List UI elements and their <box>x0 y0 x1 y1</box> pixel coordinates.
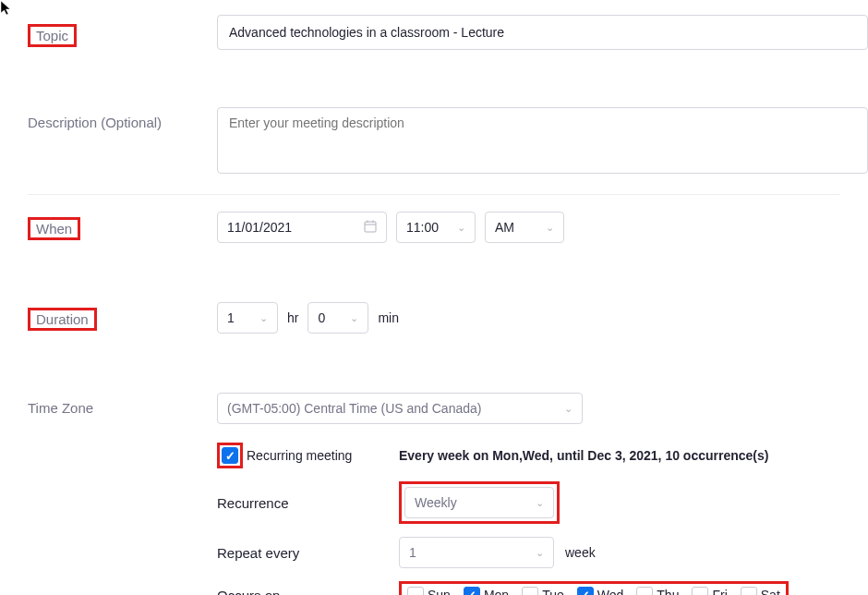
day-label: Tue <box>542 588 564 595</box>
repeat-every-unit: week <box>565 545 596 560</box>
when-time-select[interactable]: 11:00 ⌄ <box>396 212 476 243</box>
topic-input[interactable] <box>217 15 868 50</box>
svg-rect-0 <box>365 222 376 232</box>
repeat-every-select[interactable]: 1 ⌄ <box>399 537 554 568</box>
timezone-select[interactable]: (GMT-05:00) Central Time (US and Canada)… <box>217 393 583 424</box>
day-label: Fri <box>712 588 727 595</box>
calendar-icon <box>364 220 377 236</box>
day-tue[interactable]: Tue <box>522 587 564 595</box>
day-checkbox[interactable] <box>522 587 538 595</box>
description-textarea[interactable] <box>217 107 868 174</box>
recurring-checkbox-label: Recurring meeting <box>247 448 352 463</box>
when-date-picker[interactable]: 11/01/2021 <box>217 212 387 243</box>
chevron-down-icon: ⌄ <box>536 547 544 559</box>
recurrence-select[interactable]: Weekly ⌄ <box>404 487 554 518</box>
day-label: Sun <box>428 588 451 595</box>
occurs-on-label: Occurs on <box>217 588 399 596</box>
day-mon[interactable]: Mon <box>464 587 509 595</box>
duration-minutes-select[interactable]: 0 ⌄ <box>307 302 368 334</box>
recurrence-label: Recurrence <box>217 495 399 511</box>
duration-hours-unit: hr <box>287 310 298 325</box>
days-of-week-group: SunMonTueWedThuFriSat <box>402 584 786 595</box>
chevron-down-icon: ⌄ <box>546 222 554 234</box>
day-label: Sat <box>761 588 780 595</box>
day-thu[interactable]: Thu <box>636 587 679 595</box>
topic-label: Topic <box>28 24 77 47</box>
day-checkbox[interactable] <box>577 587 594 595</box>
day-sat[interactable]: Sat <box>741 587 780 595</box>
duration-minutes-unit: min <box>378 310 399 325</box>
when-label: When <box>28 217 80 240</box>
day-label: Thu <box>657 588 679 595</box>
chevron-down-icon: ⌄ <box>457 222 465 234</box>
duration-hours-select[interactable]: 1 ⌄ <box>217 302 278 334</box>
day-checkbox[interactable] <box>407 587 424 595</box>
chevron-down-icon: ⌄ <box>350 312 358 324</box>
day-checkbox[interactable] <box>741 587 757 595</box>
divider <box>28 194 840 195</box>
chevron-down-icon: ⌄ <box>536 497 544 509</box>
description-label: Description (Optional) <box>28 107 217 130</box>
repeat-every-label: Repeat every <box>217 545 399 561</box>
recurring-summary: Every week on Mon,Wed, until Dec 3, 2021… <box>399 448 768 463</box>
chevron-down-icon: ⌄ <box>259 312 268 324</box>
day-label: Mon <box>484 588 509 595</box>
day-checkbox[interactable] <box>636 587 653 595</box>
day-checkbox[interactable] <box>464 587 480 595</box>
day-checkbox[interactable] <box>692 587 708 595</box>
day-sun[interactable]: Sun <box>407 587 451 595</box>
when-ampm-select[interactable]: AM ⌄ <box>485 212 564 243</box>
day-wed[interactable]: Wed <box>577 587 624 595</box>
recurring-checkbox[interactable] <box>222 447 238 464</box>
duration-label: Duration <box>28 308 97 331</box>
day-label: Wed <box>597 588 624 595</box>
chevron-down-icon: ⌄ <box>564 403 573 415</box>
timezone-label: Time Zone <box>28 393 217 416</box>
day-fri[interactable]: Fri <box>692 587 727 595</box>
